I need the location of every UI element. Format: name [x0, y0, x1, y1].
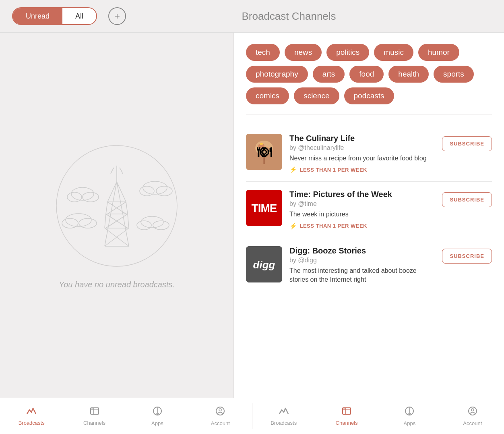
svg-point-34 [258, 143, 264, 148]
left-panel: You have no unread broadcasts. [0, 33, 233, 398]
channels-icon-right [341, 407, 352, 418]
channel-frequency: ⚡ LESS THAN 1 PER WEEK [289, 166, 435, 173]
broadcasts-icon [26, 407, 37, 418]
frequency-text: LESS THAN 1 PER WEEK [300, 167, 367, 173]
svg-point-26 [66, 214, 91, 226]
svg-text:TIME: TIME [252, 202, 277, 214]
svg-point-35 [264, 147, 269, 151]
subscribe-button[interactable]: SUBSCRIBE [442, 249, 492, 264]
svg-point-28 [79, 218, 97, 228]
nav-item-channels-right[interactable]: Channels [315, 398, 378, 434]
svg-line-10 [126, 202, 128, 214]
svg-rect-32 [246, 134, 282, 170]
svg-line-8 [117, 182, 126, 202]
apps-label-left: Apps [151, 420, 163, 426]
unread-button[interactable]: Unread [13, 8, 62, 24]
tag-photography[interactable]: photography [246, 66, 308, 83]
tag-music[interactable]: music [374, 44, 413, 61]
channel-thumbnail [246, 134, 282, 170]
account-label-left: Account [211, 420, 230, 426]
nav-item-apps-left[interactable]: Apps [126, 398, 189, 434]
svg-point-21 [67, 192, 82, 202]
main-content: You have no unread broadcasts. tech news… [0, 33, 504, 398]
page-title: Broadcast Channels [126, 10, 452, 23]
svg-point-25 [156, 186, 172, 196]
broadcasts-icon-right [279, 407, 289, 418]
frequency-icon: ⚡ [289, 166, 297, 173]
svg-point-30 [137, 221, 151, 230]
channel-author: by @theculinarylife [289, 144, 435, 152]
tag-humor[interactable]: humor [418, 44, 459, 61]
svg-point-59 [471, 409, 474, 411]
svg-line-9 [106, 202, 107, 214]
svg-point-0 [56, 145, 177, 266]
svg-point-50 [219, 409, 221, 411]
tag-politics[interactable]: politics [326, 44, 369, 61]
channel-thumbnail: digg [246, 246, 282, 282]
channel-item: digg Digg: Booze Stories by @digg The mo… [246, 238, 492, 296]
channel-name: Digg: Booze Stories [289, 246, 435, 255]
svg-line-12 [128, 214, 129, 228]
channel-author: by @time [289, 200, 435, 208]
broadcast-illustration [52, 141, 181, 270]
frequency-icon: ⚡ [289, 222, 297, 230]
all-button[interactable]: All [62, 8, 96, 24]
tag-news[interactable]: news [285, 44, 322, 61]
tag-comics[interactable]: comics [246, 87, 289, 104]
tag-health[interactable]: health [388, 66, 429, 83]
svg-point-24 [140, 186, 154, 196]
account-icon-right [468, 406, 477, 418]
tag-food[interactable]: food [349, 66, 384, 83]
svg-line-11 [105, 214, 106, 228]
nav-item-account-right[interactable]: Account [441, 398, 504, 434]
tags-row: tech news politics music humor photograp… [246, 44, 492, 104]
channel-author: by @digg [289, 257, 435, 264]
subscribe-button[interactable]: SUBSCRIBE [442, 192, 492, 207]
account-icon-left [215, 406, 225, 418]
add-button[interactable]: + [108, 7, 126, 25]
nav-item-account-left[interactable]: Account [189, 398, 252, 434]
svg-point-46 [92, 408, 93, 409]
apps-icon-left [153, 406, 162, 418]
plus-icon: + [114, 10, 120, 22]
svg-text:digg: digg [253, 259, 275, 271]
svg-point-23 [143, 181, 167, 194]
nav-item-broadcasts-right[interactable]: Broadcasts [252, 398, 315, 434]
top-bar: Unread All + Broadcast Channels [0, 0, 504, 33]
channels-label-right: Channels [336, 420, 358, 426]
tag-arts[interactable]: arts [313, 66, 345, 83]
channel-list: The Culinary Life by @theculinarylife Ne… [246, 126, 492, 296]
channel-description: The week in pictures [289, 210, 435, 219]
svg-point-33 [255, 141, 273, 155]
tag-podcasts[interactable]: podcasts [344, 87, 394, 104]
broadcasts-label-left: Broadcasts [19, 420, 45, 426]
svg-point-37 [260, 143, 263, 145]
frequency-text: LESS THAN 1 PER WEEK [300, 223, 367, 229]
read-toggle: Unread All [12, 7, 97, 25]
channel-description: The most interesting and talked about bo… [289, 266, 435, 284]
tag-science[interactable]: science [294, 87, 339, 104]
svg-point-55 [344, 408, 345, 409]
tag-sports[interactable]: sports [434, 66, 474, 83]
channel-name: Time: Pictures of the Week [289, 190, 435, 199]
bottom-nav: Broadcasts Channels Apps [0, 398, 504, 434]
nav-item-apps-right[interactable]: Apps [378, 398, 441, 434]
tag-tech[interactable]: tech [246, 44, 280, 61]
channel-frequency: ⚡ LESS THAN 1 PER WEEK [289, 222, 435, 230]
channel-name: The Culinary Life [289, 134, 435, 143]
channel-info: The Culinary Life by @theculinarylife Ne… [289, 134, 435, 173]
nav-item-broadcasts-left[interactable]: Broadcasts [0, 398, 63, 434]
apps-icon-right [405, 406, 414, 418]
apps-label-right: Apps [404, 420, 416, 426]
channel-item: The Culinary Life by @theculinarylife Ne… [246, 126, 492, 182]
svg-point-29 [141, 216, 163, 228]
svg-point-27 [62, 218, 78, 228]
channels-icon-left [89, 407, 100, 418]
channel-description: Never miss a recipe from your favorite f… [289, 154, 435, 163]
channel-item: TIME Time: Pictures of the Week by @time… [246, 182, 492, 238]
svg-line-7 [107, 182, 117, 202]
nav-item-channels-left[interactable]: Channels [63, 398, 126, 434]
channel-thumbnail: TIME [246, 190, 282, 226]
empty-state-text: You have no unread broadcasts. [59, 280, 175, 289]
subscribe-button[interactable]: SUBSCRIBE [442, 136, 492, 151]
